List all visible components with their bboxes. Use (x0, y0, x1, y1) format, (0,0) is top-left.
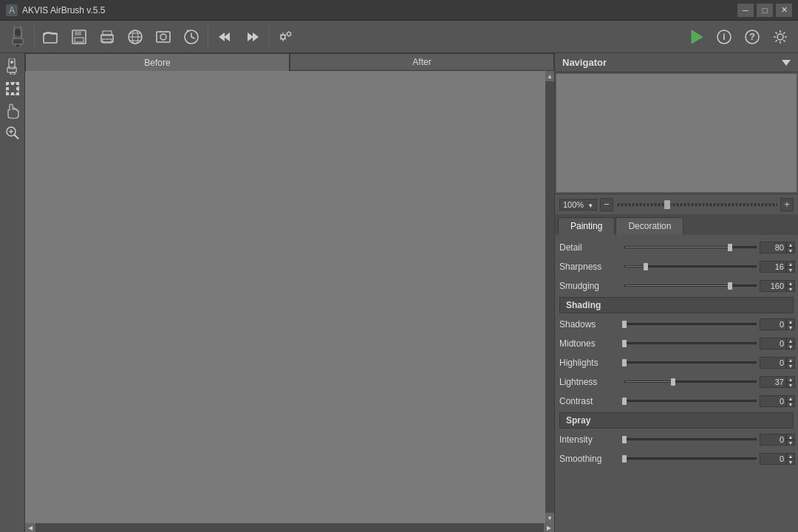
sharpness-row: Sharpness ▲ ▼ (559, 259, 794, 275)
smoothing-slider-track (624, 457, 757, 460)
highlights-slider[interactable] (624, 357, 757, 369)
forward-icon (245, 30, 261, 44)
sharpness-input[interactable] (760, 261, 786, 273)
close-button[interactable]: ✕ (776, 4, 792, 17)
lightness-spin-up[interactable]: ▲ (786, 376, 795, 382)
shadows-spin-down[interactable]: ▼ (786, 324, 795, 330)
smudging-value: ▲ ▼ (760, 280, 794, 292)
app-logo-button[interactable] (4, 24, 31, 50)
contrast-slider[interactable] (624, 395, 757, 407)
lightness-value: ▲ ▼ (760, 376, 794, 388)
plugin-settings-button[interactable] (273, 24, 299, 50)
svg-point-3 (15, 29, 21, 36)
smudging-spin-down[interactable]: ▼ (786, 286, 795, 292)
detail-spin-down[interactable]: ▼ (786, 248, 795, 253)
acquire-icon (155, 29, 171, 45)
zoom-out-button[interactable]: − (600, 198, 613, 211)
canvas-content[interactable] (25, 71, 545, 523)
lightness-input[interactable] (760, 376, 786, 388)
zoom-percent-button[interactable]: 100% ▼ (559, 199, 597, 211)
shadows-input[interactable] (760, 318, 786, 330)
tab-painting[interactable]: Painting (558, 217, 615, 235)
print-button[interactable] (94, 24, 120, 50)
scroll-up-arrow[interactable]: ▲ (545, 71, 554, 81)
zoom-in-button[interactable]: + (780, 198, 794, 211)
scroll-track-h[interactable] (35, 523, 544, 532)
sharpness-spin-down[interactable]: ▼ (786, 267, 795, 273)
scroll-right-arrow[interactable]: ▶ (544, 523, 554, 532)
web-button[interactable] (122, 24, 149, 50)
svg-text:?: ? (749, 31, 755, 42)
scroll-track-v[interactable] (545, 81, 554, 513)
batch-button[interactable] (178, 24, 205, 50)
shadows-slider[interactable] (624, 318, 757, 330)
zoom-slider-handle (664, 200, 670, 209)
midtones-slider[interactable] (624, 338, 757, 349)
minimize-button[interactable]: ─ (737, 4, 754, 17)
smoothing-input[interactable] (760, 453, 786, 465)
smudging-slider[interactable] (624, 280, 757, 292)
transform-tool-button[interactable] (2, 78, 23, 99)
navigator-header[interactable]: Navigator (555, 53, 798, 72)
info-button[interactable]: i (711, 24, 737, 50)
highlights-spin-down[interactable]: ▼ (786, 363, 795, 369)
contrast-spin-down[interactable]: ▼ (786, 401, 795, 407)
shadows-spinner: ▲ ▼ (786, 318, 795, 330)
intensity-spin-up[interactable]: ▲ (786, 434, 795, 440)
smudging-slider-track (624, 284, 757, 287)
highlights-input[interactable] (760, 357, 786, 369)
tab-decoration[interactable]: Decoration (615, 217, 683, 235)
sharpness-slider-handle (644, 263, 648, 270)
sharpness-spin-up[interactable]: ▲ (786, 261, 795, 267)
zoom-slider[interactable] (616, 203, 777, 206)
contrast-input[interactable] (760, 395, 786, 407)
help-button[interactable]: ? (739, 24, 765, 50)
zoom-tool-button[interactable] (2, 123, 23, 143)
smudging-input[interactable] (760, 280, 786, 292)
contrast-spin-up[interactable]: ▲ (786, 395, 795, 401)
transform-tool-icon (5, 81, 20, 96)
open-button[interactable] (38, 24, 64, 50)
midtones-spin-down[interactable]: ▼ (786, 344, 795, 349)
midtones-spin-up[interactable]: ▲ (786, 338, 795, 344)
lightness-spin-down[interactable]: ▼ (786, 382, 795, 388)
scroll-left-arrow[interactable]: ◀ (25, 523, 35, 532)
detail-slider[interactable] (624, 242, 757, 253)
maximize-button[interactable]: □ (757, 4, 773, 17)
smoothing-spin-up[interactable]: ▲ (786, 453, 795, 459)
preferences-button[interactable] (767, 24, 794, 50)
smoothing-row: Smoothing ▲ ▼ (559, 451, 794, 467)
midtones-input[interactable] (760, 338, 786, 349)
intensity-spin-down[interactable]: ▼ (786, 440, 795, 446)
intensity-input[interactable] (760, 434, 786, 446)
lightness-slider[interactable] (624, 376, 757, 388)
after-tab[interactable]: After (290, 53, 554, 71)
highlights-spin-up[interactable]: ▲ (786, 357, 795, 363)
before-tab[interactable]: Before (25, 53, 290, 71)
scroll-down-arrow[interactable]: ▼ (545, 513, 554, 523)
forward-button[interactable] (239, 24, 266, 50)
window-controls: ─ □ ✕ (737, 4, 792, 17)
separator-1 (34, 26, 35, 48)
save-button[interactable] (66, 24, 92, 50)
shadows-spin-up[interactable]: ▲ (786, 318, 795, 324)
lightness-label: Lightness (559, 377, 624, 387)
canvas-scroll-right: ▲ ▼ (545, 71, 554, 523)
spray-tool-button[interactable] (2, 56, 23, 77)
smoothing-spin-down[interactable]: ▼ (786, 459, 795, 465)
detail-input[interactable] (760, 242, 786, 253)
run-button[interactable] (683, 24, 709, 50)
highlights-slider-handle (622, 359, 627, 366)
smoothing-spinner: ▲ ▼ (786, 453, 795, 465)
sharpness-slider[interactable] (624, 261, 757, 273)
contrast-spinner: ▲ ▼ (786, 395, 795, 407)
hand-tool-button[interactable] (2, 100, 23, 121)
intensity-slider[interactable] (624, 434, 757, 446)
detail-spin-up[interactable]: ▲ (786, 242, 795, 248)
smudging-spin-up[interactable]: ▲ (786, 280, 795, 286)
run-icon (688, 29, 704, 45)
back-button[interactable] (211, 24, 238, 50)
shadows-slider-handle (622, 321, 627, 328)
smoothing-slider[interactable] (624, 453, 757, 465)
acquire-button[interactable] (150, 24, 177, 50)
